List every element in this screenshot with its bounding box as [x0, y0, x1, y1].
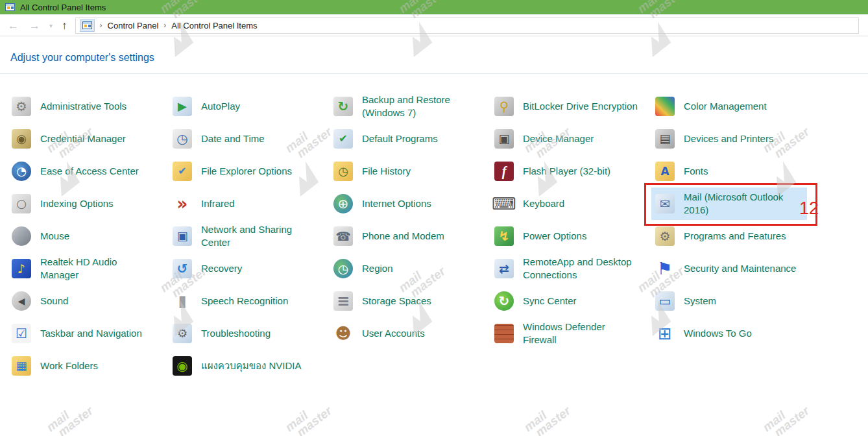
control-panel-item-row[interactable]: ⚑Security and Maintenance	[655, 259, 796, 278]
control-panel-item-row[interactable]: Windows Defender Firewall	[494, 321, 640, 346]
control-panel-item-storage-spaces[interactable]: ≡Storage Spaces	[333, 285, 494, 317]
control-panel-item-row[interactable]: ◷Region	[333, 259, 393, 278]
breadcrumb-control-panel[interactable]: Control Panel	[108, 21, 159, 30]
control-panel-item-row[interactable]: ▶AutoPlay	[173, 97, 240, 116]
control-panel-item-backup-restore[interactable]: ↻Backup and Restore (Windows 7)	[333, 90, 494, 123]
control-panel-item-speech-recognition[interactable]: ▮Speech Recognition	[173, 285, 333, 317]
autoplay-icon: ▶	[173, 97, 192, 116]
control-panel-item-row[interactable]: ⊕Internet Options	[333, 194, 431, 213]
back-button-icon[interactable]: ←	[5, 20, 21, 31]
control-panel-item-administrative-tools[interactable]: ⚙Administrative Tools	[12, 90, 173, 123]
control-panel-item-row[interactable]: ▣Network and Sharing Center	[173, 223, 318, 249]
control-panel-item-sync-center[interactable]: ↻Sync Center	[494, 285, 655, 317]
control-panel-item-fonts[interactable]: AFonts	[655, 155, 850, 188]
control-panel-item-label: Recovery	[201, 262, 242, 275]
control-panel-item-row[interactable]: ✉Mail (Microsoft Outlook 2016)	[651, 188, 807, 220]
control-panel-item-bitlocker[interactable]: ⚲BitLocker Drive Encryption	[494, 90, 655, 123]
control-panel-item-row[interactable]: ↻Sync Center	[494, 291, 577, 311]
control-panel-item-region[interactable]: ◷Region	[333, 252, 494, 285]
control-panel-item-mail[interactable]: ✉Mail (Microsoft Outlook 2016)12	[655, 188, 850, 220]
control-panel-item-row[interactable]: AFonts	[655, 162, 708, 181]
control-panel-item-row[interactable]: ☎Phone and Modem	[333, 226, 444, 246]
control-panel-item-nvidia-control-panel[interactable]: ◉แผงควบคุมของ NVIDIA	[173, 350, 333, 382]
address-location-icon[interactable]	[80, 19, 95, 32]
control-panel-item-row[interactable]: ↻Backup and Restore (Windows 7)	[333, 93, 479, 119]
control-panel-item-file-explorer-options[interactable]: ✔File Explorer Options	[173, 155, 333, 188]
control-panel-item-row[interactable]: ▦Work Folders	[12, 356, 98, 376]
control-panel-item-row[interactable]: »Infrared	[173, 194, 235, 213]
control-panel-item-row[interactable]: ⚲BitLocker Drive Encryption	[494, 97, 638, 116]
control-panel-item-default-programs[interactable]: ✔Default Programs	[333, 123, 494, 155]
control-panel-item-device-manager[interactable]: ▣Device Manager	[494, 123, 655, 155]
control-panel-item-row[interactable]: ◀Sound	[12, 291, 68, 311]
control-panel-item-infrared[interactable]: »Infrared	[173, 188, 333, 220]
control-panel-item-row[interactable]: ⚙Programs and Features	[655, 226, 786, 246]
window-title: All Control Panel Items	[20, 3, 106, 12]
breadcrumb-all-control-panel-items[interactable]: All Control Panel Items	[171, 21, 257, 30]
control-panel-item-row[interactable]: ≡Storage Spaces	[333, 291, 431, 311]
control-panel-item-row[interactable]: ☑Taskbar and Navigation	[12, 324, 142, 343]
up-button-icon[interactable]: ↑	[59, 20, 70, 31]
control-panel-item-row[interactable]: ↺Recovery	[173, 259, 242, 278]
control-panel-item-recovery[interactable]: ↺Recovery	[173, 252, 333, 285]
control-panel-item-security-maintenance[interactable]: ⚑Security and Maintenance	[655, 252, 850, 285]
control-panel-item-flash-player[interactable]: fFlash Player (32-bit)	[494, 155, 655, 188]
control-panel-item-sound[interactable]: ◀Sound	[12, 285, 173, 317]
control-panel-item-row[interactable]: ⇄RemoteApp and Desktop Connections	[494, 256, 640, 282]
control-panel-item-date-time[interactable]: ◷Date and Time	[173, 123, 333, 155]
control-panel-item-row[interactable]: ▮Speech Recognition	[173, 291, 288, 311]
control-panel-item-row[interactable]: ○Indexing Options	[12, 194, 114, 213]
storage-spaces-icon: ≡	[333, 291, 353, 311]
control-panel-item-row[interactable]: ⌨Keyboard	[494, 194, 564, 213]
control-panel-item-row[interactable]: ▭System	[655, 291, 716, 311]
mail-icon: ✉	[655, 194, 675, 213]
control-panel-item-windows-to-go[interactable]: ⊞Windows To Go	[655, 317, 850, 350]
control-panel-item-row[interactable]: ▤Devices and Printers	[655, 129, 773, 149]
control-panel-item-work-folders[interactable]: ▦Work Folders	[12, 350, 173, 382]
control-panel-item-mouse[interactable]: Mouse	[12, 220, 173, 252]
control-panel-item-system[interactable]: ▭System	[655, 285, 850, 317]
control-panel-item-power-options[interactable]: ↯Power Options	[494, 220, 655, 252]
control-panel-item-row[interactable]: ⚙Administrative Tools	[12, 97, 127, 116]
control-panel-item-taskbar-navigation[interactable]: ☑Taskbar and Navigation	[12, 317, 173, 350]
control-panel-item-programs-features[interactable]: ⚙Programs and Features	[655, 220, 850, 252]
forward-button-icon[interactable]: →	[27, 20, 43, 31]
control-panel-item-realtek-hd-audio[interactable]: ♪Realtek HD Audio Manager	[12, 252, 173, 285]
control-panel-item-row[interactable]: ⚙Troubleshooting	[173, 324, 271, 343]
control-panel-item-row[interactable]: ◷Date and Time	[173, 129, 265, 149]
control-panel-item-color-management[interactable]: Color Management	[655, 90, 850, 123]
control-panel-item-credential-manager[interactable]: ◉Credential Manager	[12, 123, 173, 155]
control-panel-item-keyboard[interactable]: ⌨Keyboard	[494, 188, 655, 220]
control-panel-item-ease-of-access[interactable]: ◔Ease of Access Center	[12, 155, 173, 188]
address-bar[interactable]: › Control Panel › All Control Panel Item…	[75, 18, 859, 34]
control-panel-item-user-accounts[interactable]: ☻User Accounts	[333, 317, 494, 350]
control-panel-item-row[interactable]: fFlash Player (32-bit)	[494, 162, 610, 181]
control-panel-item-row[interactable]: ◔Ease of Access Center	[12, 162, 139, 181]
control-panel-item-row[interactable]: Mouse	[12, 226, 69, 246]
control-panel-item-row[interactable]: ☻User Accounts	[333, 324, 425, 343]
control-panel-item-row[interactable]: ⊞Windows To Go	[655, 324, 752, 343]
control-panel-item-troubleshooting[interactable]: ⚙Troubleshooting	[173, 317, 333, 350]
control-panel-item-row[interactable]: Color Management	[655, 97, 767, 116]
control-panel-item-row[interactable]: ◉แผงควบคุมของ NVIDIA	[173, 356, 301, 376]
recent-locations-chevron-icon[interactable]: ▾	[48, 22, 54, 29]
region-icon: ◷	[333, 259, 353, 278]
control-panel-item-label: Color Management	[684, 100, 767, 113]
control-panel-item-row[interactable]: ◉Credential Manager	[12, 129, 126, 149]
control-panel-item-file-history[interactable]: ◷File History	[333, 155, 494, 188]
control-panel-item-row[interactable]: ♪Realtek HD Audio Manager	[12, 256, 157, 282]
control-panel-item-row[interactable]: ✔Default Programs	[333, 129, 438, 149]
control-panel-item-devices-printers[interactable]: ▤Devices and Printers	[655, 123, 850, 155]
control-panel-item-row[interactable]: ◷File History	[333, 162, 411, 181]
control-panel-item-internet-options[interactable]: ⊕Internet Options	[333, 188, 494, 220]
control-panel-item-row[interactable]: ↯Power Options	[494, 226, 586, 246]
control-panel-item-indexing-options[interactable]: ○Indexing Options	[12, 188, 173, 220]
control-panel-item-row[interactable]: ✔File Explorer Options	[173, 162, 292, 181]
control-panel-item-row[interactable]: ▣Device Manager	[494, 129, 594, 149]
control-panel-item-autoplay[interactable]: ▶AutoPlay	[173, 90, 333, 123]
control-panel-item-phone-modem[interactable]: ☎Phone and Modem	[333, 220, 494, 252]
control-panel-item-network-sharing[interactable]: ▣Network and Sharing Center	[173, 220, 333, 252]
control-panel-item-label: Mouse	[40, 230, 69, 243]
control-panel-item-windows-defender-firewall[interactable]: Windows Defender Firewall	[494, 317, 655, 350]
control-panel-item-remoteapp[interactable]: ⇄RemoteApp and Desktop Connections	[494, 252, 655, 285]
